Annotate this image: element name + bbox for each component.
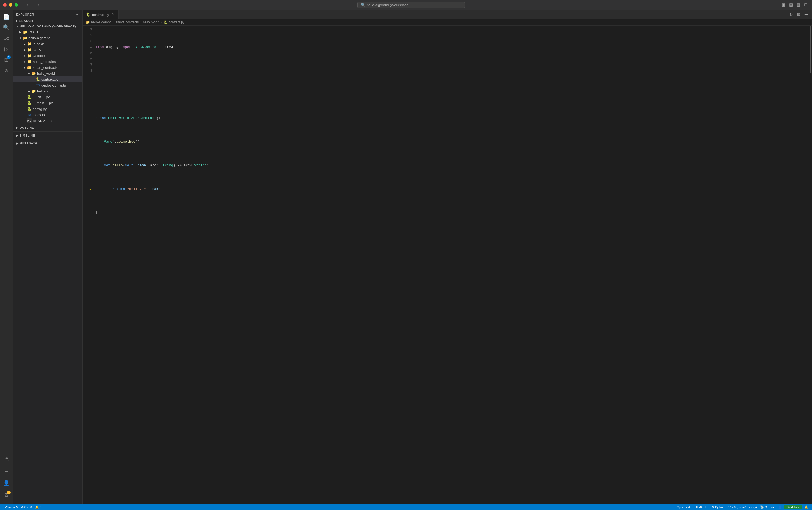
folder-open-icon: 📂 <box>23 35 27 40</box>
warning-count: 0 <box>30 505 32 509</box>
line-numbers: 1 2 3 4 5 6 7 8 <box>83 26 96 504</box>
code-content[interactable]: from algopy import ARC4Contract, arc4 cl… <box>96 26 809 504</box>
layout-sidebar-btn[interactable]: ▣ <box>781 1 786 8</box>
status-python-version[interactable]: 3.12.0 ('.venv': Poetry) <box>726 504 758 510</box>
status-encoding[interactable]: UTF-8 <box>692 504 703 510</box>
titlebar-right: ▣ ▤ ▥ ⊞ <box>781 1 809 8</box>
sidebar-item-smart-contracts[interactable]: ▼ 📂 smart_contracts <box>13 64 83 70</box>
outline-header[interactable]: ▶ OUTLINE <box>13 124 83 132</box>
search-area[interactable]: 🔍 hello-algorand (Workspace) <box>357 2 465 8</box>
status-go-live[interactable]: 📡 Go Live <box>758 504 777 510</box>
sidebar-item-index-ts[interactable]: ▶ TS index.ts <box>13 112 83 118</box>
sidebar-section-workspace[interactable]: ▼ HELLO-ALGORAND (WORKSPACE) <box>13 24 83 29</box>
new-file-btn[interactable]: ⋯ <box>73 12 79 17</box>
status-language[interactable]: ⚙ Python <box>710 504 726 510</box>
chevron-right-icon: ▶ <box>16 134 19 137</box>
sidebar-item-main-py[interactable]: ▶ 🐍 __main__.py <box>13 100 83 106</box>
files-icon: 📄 <box>3 13 10 20</box>
activity-item-settings[interactable]: ⚙ 1 <box>2 490 11 500</box>
search-box[interactable]: 🔍 hello-algorand (Workspace) <box>357 2 465 8</box>
breadcrumb-py-icon: 🐍 <box>163 21 168 24</box>
activity-item-search[interactable]: 🔍 <box>2 23 11 32</box>
algokit-label: .algokit <box>33 42 83 46</box>
sidebar-item-helpers[interactable]: ▶ 📁 helpers <box>13 88 83 94</box>
status-errors[interactable]: ⊗ 0 ⚠ 0 <box>20 504 34 510</box>
sidebar-item-config-py[interactable]: ▶ 🐍 config.py <box>13 106 83 112</box>
language-label: Python <box>715 505 724 509</box>
chevron-right-icon: ▶ <box>23 48 27 52</box>
run-btn[interactable]: ▷ <box>789 12 794 17</box>
layout-grid-btn[interactable]: ⊞ <box>803 1 809 8</box>
sidebar-item-readme[interactable]: ▶ MD README.md <box>13 118 83 123</box>
sidebar-item-node-modules[interactable]: ▶ 📁 node_modules <box>13 59 83 64</box>
more-actions-btn[interactable]: ••• <box>803 12 810 17</box>
sidebar-item-init-py[interactable]: ▶ 🐍 __init__.py <box>13 94 83 100</box>
status-bell[interactable]: 🔔 <box>803 504 810 510</box>
status-info[interactable]: 🔔 0 <box>34 504 43 510</box>
folder-icon: 📁 <box>27 47 32 52</box>
sidebar-section-search[interactable]: ▶ SEARCH <box>13 18 83 24</box>
timeline-header[interactable]: ▶ TIMELINE <box>13 132 83 139</box>
config-py-label: config.py <box>33 107 83 111</box>
init-py-label: __init__.py <box>33 95 83 99</box>
metadata-header[interactable]: ▶ METADATA <box>13 139 83 147</box>
split-editor-btn[interactable]: ⊟ <box>795 12 802 17</box>
activity-item-account[interactable]: 👤 <box>2 478 11 488</box>
activity-item-remote[interactable]: ⊙ <box>2 65 11 75</box>
sidebar-item-hello-world[interactable]: ▼ 📂 hello_world <box>13 70 83 76</box>
sidebar-item-algokit[interactable]: ▶ 📁 .algokit <box>13 41 83 47</box>
code-line-8: | <box>96 210 809 216</box>
breadcrumb-more[interactable]: ... <box>189 21 191 24</box>
breadcrumb-sep-2: › <box>140 21 141 24</box>
sidebar-item-hello-algorand[interactable]: ▼ 📂 hello-algorand <box>13 35 83 41</box>
tab-python-icon: 🐍 <box>86 12 90 17</box>
code-line-1: from algopy import ARC4Contract, arc4 <box>96 44 809 50</box>
close-button[interactable] <box>3 3 7 7</box>
metadata-section: ▶ METADATA <box>13 139 83 147</box>
status-branch[interactable]: ⎇ main ↻ <box>2 504 20 510</box>
minimize-button[interactable] <box>9 3 12 7</box>
code-line-2 <box>96 68 809 74</box>
breadcrumb-smart-contracts[interactable]: smart_contracts <box>116 21 139 24</box>
forward-button[interactable]: → <box>34 2 41 8</box>
code-editor[interactable]: 1 2 3 4 5 6 7 8 from algopy import ARC4C… <box>83 26 812 504</box>
activity-item-run[interactable]: ▷ <box>2 44 11 54</box>
breadcrumb-hello-algorand[interactable]: hello-algorand <box>91 21 112 24</box>
activity-item-source-control[interactable]: ⎇ <box>2 33 11 43</box>
md-file-icon: MD <box>27 118 32 123</box>
index-ts-label: index.ts <box>33 113 83 117</box>
sidebar-item-venv[interactable]: ▶ 📁 .venv <box>13 47 83 53</box>
sidebar-item-contract-py[interactable]: ▶ 🐍 contract.py <box>13 76 83 82</box>
code-line-3 <box>96 92 809 97</box>
chevron-down-icon: ▼ <box>27 71 31 76</box>
folder-icon: 📁 <box>27 53 32 58</box>
layout-center-btn[interactable]: ▤ <box>788 1 794 8</box>
activity-item-flask[interactable]: ⚗ <box>2 455 11 464</box>
activity-item-more[interactable]: ••• <box>2 466 11 476</box>
folder-icon: 📁 <box>27 41 32 46</box>
remote-icon: ⊙ <box>5 68 8 73</box>
layout-panel-btn[interactable]: ▥ <box>795 1 802 8</box>
scrollbar-thumb <box>810 26 811 73</box>
sidebar-item-root[interactable]: ▶ 📁 ROOT <box>13 29 83 35</box>
breadcrumb-contract-py[interactable]: contract.py <box>169 21 184 24</box>
status-line-ending[interactable]: LF <box>703 504 710 510</box>
editor-scrollbar[interactable] <box>809 26 812 504</box>
tab-label: contract.py <box>92 12 109 17</box>
status-spaces[interactable]: Spaces: 4 <box>675 504 692 510</box>
start-tree-button[interactable]: Start Tree <box>784 505 802 509</box>
sidebar-item-deploy-config[interactable]: ▶ TS deploy-config.ts <box>13 82 83 88</box>
breadcrumb-hello-world[interactable]: hello_world <box>143 21 159 24</box>
status-person-icon[interactable]: 👤 <box>777 504 784 510</box>
breadcrumb-sep-4: › <box>186 21 187 24</box>
activity-item-explorer[interactable]: 📄 <box>2 12 11 22</box>
maximize-button[interactable] <box>14 3 18 7</box>
tab-close-btn[interactable]: ✕ <box>111 12 115 17</box>
sidebar-item-vscode[interactable]: ▶ 📁 .vscode <box>13 53 83 59</box>
tab-contract-py[interactable]: 🐍 contract.py ✕ <box>83 10 119 19</box>
activity-item-extensions[interactable]: ⊞ 3 <box>2 55 11 64</box>
error-count: 0 <box>24 505 26 509</box>
info-count: 0 <box>40 505 41 509</box>
back-button[interactable]: ← <box>24 2 32 8</box>
folder-icon: 📁 <box>23 30 27 34</box>
